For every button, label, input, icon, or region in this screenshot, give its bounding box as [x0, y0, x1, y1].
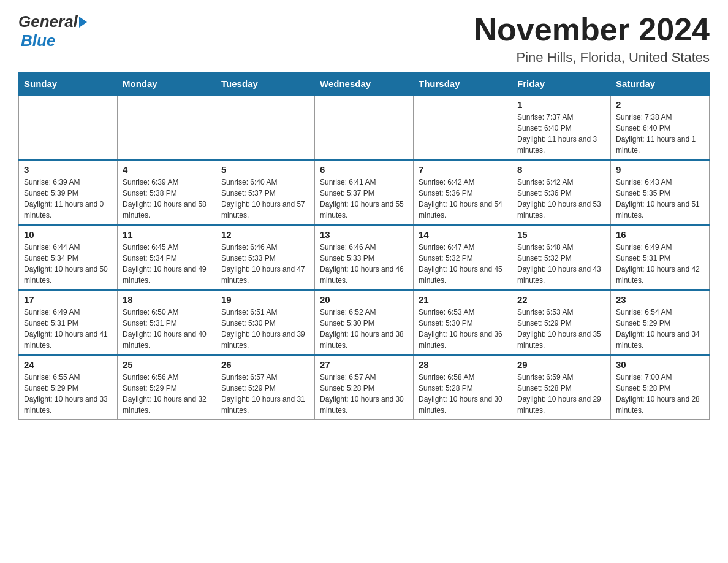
- day-info: Sunrise: 6:55 AMSunset: 5:29 PMDaylight:…: [24, 372, 112, 416]
- calendar-table: Sunday Monday Tuesday Wednesday Thursday…: [18, 72, 710, 420]
- day-info: Sunrise: 6:45 AMSunset: 5:34 PMDaylight:…: [123, 242, 211, 286]
- day-number: 9: [616, 164, 704, 175]
- day-number: 20: [320, 294, 408, 305]
- day-number: 7: [419, 164, 507, 175]
- day-number: 27: [320, 359, 408, 370]
- calendar-cell: 17Sunrise: 6:49 AMSunset: 5:31 PMDayligh…: [19, 290, 118, 355]
- day-info: Sunrise: 6:44 AMSunset: 5:34 PMDaylight:…: [24, 242, 112, 286]
- day-info: Sunrise: 6:39 AMSunset: 5:38 PMDaylight:…: [123, 177, 211, 221]
- day-info: Sunrise: 6:52 AMSunset: 5:30 PMDaylight:…: [320, 307, 408, 351]
- logo-blue-text: Blue: [21, 31, 55, 50]
- logo-arrow-icon: [79, 17, 87, 28]
- calendar-cell: [118, 96, 216, 161]
- calendar-cell: 23Sunrise: 6:54 AMSunset: 5:29 PMDayligh…: [611, 290, 710, 355]
- day-number: 16: [616, 229, 704, 240]
- calendar-cell: 22Sunrise: 6:53 AMSunset: 5:29 PMDayligh…: [512, 290, 611, 355]
- day-info: Sunrise: 6:46 AMSunset: 5:33 PMDaylight:…: [221, 242, 309, 286]
- day-number: 6: [320, 164, 408, 175]
- day-number: 8: [517, 164, 605, 175]
- calendar-cell: 12Sunrise: 6:46 AMSunset: 5:33 PMDayligh…: [216, 225, 315, 290]
- day-number: 10: [24, 229, 112, 240]
- calendar-cell: 7Sunrise: 6:42 AMSunset: 5:36 PMDaylight…: [414, 160, 512, 225]
- day-number: 13: [320, 229, 408, 240]
- day-number: 26: [221, 359, 309, 370]
- calendar-cell: 30Sunrise: 7:00 AMSunset: 5:28 PMDayligh…: [611, 355, 710, 420]
- header-sunday: Sunday: [19, 72, 118, 96]
- calendar-cell: 9Sunrise: 6:43 AMSunset: 5:35 PMDaylight…: [611, 160, 710, 225]
- week-row: 24Sunrise: 6:55 AMSunset: 5:29 PMDayligh…: [19, 355, 710, 420]
- day-info: Sunrise: 6:54 AMSunset: 5:29 PMDaylight:…: [616, 307, 704, 351]
- day-number: 21: [419, 294, 507, 305]
- day-number: 28: [419, 359, 507, 370]
- day-number: 17: [24, 294, 112, 305]
- calendar-header: Sunday Monday Tuesday Wednesday Thursday…: [19, 72, 710, 96]
- day-number: 15: [517, 229, 605, 240]
- calendar-cell: 21Sunrise: 6:53 AMSunset: 5:30 PMDayligh…: [414, 290, 512, 355]
- day-info: Sunrise: 6:40 AMSunset: 5:37 PMDaylight:…: [221, 177, 309, 221]
- calendar-cell: [315, 96, 414, 161]
- calendar-cell: 2Sunrise: 7:38 AMSunset: 6:40 PMDaylight…: [611, 96, 710, 161]
- calendar-cell: 6Sunrise: 6:41 AMSunset: 5:37 PMDaylight…: [315, 160, 414, 225]
- calendar-cell: 16Sunrise: 6:49 AMSunset: 5:31 PMDayligh…: [611, 225, 710, 290]
- day-number: 24: [24, 359, 112, 370]
- day-info: Sunrise: 6:42 AMSunset: 5:36 PMDaylight:…: [517, 177, 605, 221]
- day-info: Sunrise: 6:42 AMSunset: 5:36 PMDaylight:…: [419, 177, 507, 221]
- day-info: Sunrise: 7:37 AMSunset: 6:40 PMDaylight:…: [517, 112, 605, 156]
- day-info: Sunrise: 6:57 AMSunset: 5:28 PMDaylight:…: [320, 372, 408, 416]
- day-number: 4: [123, 164, 211, 175]
- calendar-cell: 3Sunrise: 6:39 AMSunset: 5:39 PMDaylight…: [19, 160, 118, 225]
- calendar-cell: 8Sunrise: 6:42 AMSunset: 5:36 PMDaylight…: [512, 160, 611, 225]
- calendar-cell: 11Sunrise: 6:45 AMSunset: 5:34 PMDayligh…: [118, 225, 216, 290]
- day-number: 18: [123, 294, 211, 305]
- day-number: 29: [517, 359, 605, 370]
- calendar-cell: 24Sunrise: 6:55 AMSunset: 5:29 PMDayligh…: [19, 355, 118, 420]
- calendar-cell: 27Sunrise: 6:57 AMSunset: 5:28 PMDayligh…: [315, 355, 414, 420]
- logo: General Blue: [18, 12, 87, 50]
- header-friday: Friday: [512, 72, 611, 96]
- calendar-cell: [19, 96, 118, 161]
- day-info: Sunrise: 6:49 AMSunset: 5:31 PMDaylight:…: [24, 307, 112, 351]
- week-row: 17Sunrise: 6:49 AMSunset: 5:31 PMDayligh…: [19, 290, 710, 355]
- day-number: 23: [616, 294, 704, 305]
- header-thursday: Thursday: [414, 72, 512, 96]
- day-info: Sunrise: 6:43 AMSunset: 5:35 PMDaylight:…: [616, 177, 704, 221]
- calendar-body: 1Sunrise: 7:37 AMSunset: 6:40 PMDaylight…: [19, 96, 710, 420]
- calendar-cell: 19Sunrise: 6:51 AMSunset: 5:30 PMDayligh…: [216, 290, 315, 355]
- day-number: 11: [123, 229, 211, 240]
- day-number: 25: [123, 359, 211, 370]
- header-tuesday: Tuesday: [216, 72, 315, 96]
- day-info: Sunrise: 6:39 AMSunset: 5:39 PMDaylight:…: [24, 177, 112, 221]
- day-info: Sunrise: 6:56 AMSunset: 5:29 PMDaylight:…: [123, 372, 211, 416]
- day-info: Sunrise: 6:48 AMSunset: 5:32 PMDaylight:…: [517, 242, 605, 286]
- day-info: Sunrise: 6:53 AMSunset: 5:30 PMDaylight:…: [419, 307, 507, 351]
- week-row: 10Sunrise: 6:44 AMSunset: 5:34 PMDayligh…: [19, 225, 710, 290]
- day-info: Sunrise: 6:58 AMSunset: 5:28 PMDaylight:…: [419, 372, 507, 416]
- day-number: 19: [221, 294, 309, 305]
- calendar-cell: 13Sunrise: 6:46 AMSunset: 5:33 PMDayligh…: [315, 225, 414, 290]
- day-info: Sunrise: 7:38 AMSunset: 6:40 PMDaylight:…: [616, 112, 704, 156]
- day-number: 2: [616, 99, 704, 110]
- day-info: Sunrise: 6:46 AMSunset: 5:33 PMDaylight:…: [320, 242, 408, 286]
- calendar-cell: 4Sunrise: 6:39 AMSunset: 5:38 PMDaylight…: [118, 160, 216, 225]
- header-saturday: Saturday: [611, 72, 710, 96]
- day-number: 3: [24, 164, 112, 175]
- day-number: 12: [221, 229, 309, 240]
- day-info: Sunrise: 6:53 AMSunset: 5:29 PMDaylight:…: [517, 307, 605, 351]
- logo-general-text: General: [18, 12, 78, 31]
- page-header: General Blue November 2024 Pine Hills, F…: [18, 12, 710, 66]
- day-info: Sunrise: 6:59 AMSunset: 5:28 PMDaylight:…: [517, 372, 605, 416]
- header-wednesday: Wednesday: [315, 72, 414, 96]
- day-info: Sunrise: 6:49 AMSunset: 5:31 PMDaylight:…: [616, 242, 704, 286]
- calendar-cell: 26Sunrise: 6:57 AMSunset: 5:29 PMDayligh…: [216, 355, 315, 420]
- day-number: 1: [517, 99, 605, 110]
- calendar-cell: [216, 96, 315, 161]
- calendar-cell: 5Sunrise: 6:40 AMSunset: 5:37 PMDaylight…: [216, 160, 315, 225]
- calendar-cell: 29Sunrise: 6:59 AMSunset: 5:28 PMDayligh…: [512, 355, 611, 420]
- calendar-cell: 15Sunrise: 6:48 AMSunset: 5:32 PMDayligh…: [512, 225, 611, 290]
- day-info: Sunrise: 6:41 AMSunset: 5:37 PMDaylight:…: [320, 177, 408, 221]
- day-info: Sunrise: 6:47 AMSunset: 5:32 PMDaylight:…: [419, 242, 507, 286]
- week-row: 1Sunrise: 7:37 AMSunset: 6:40 PMDaylight…: [19, 96, 710, 161]
- calendar-subtitle: Pine Hills, Florida, United States: [474, 50, 710, 66]
- day-info: Sunrise: 6:50 AMSunset: 5:31 PMDaylight:…: [123, 307, 211, 351]
- header-monday: Monday: [118, 72, 216, 96]
